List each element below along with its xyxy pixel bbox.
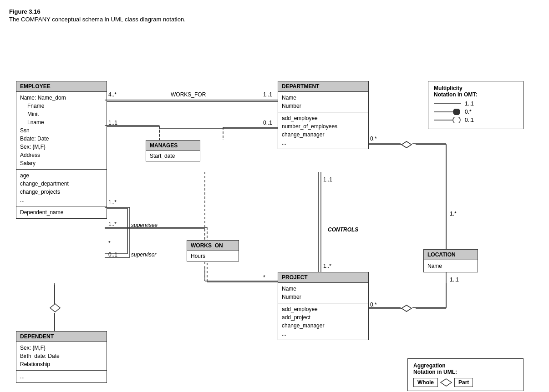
- aggregation-part: Part: [454, 378, 473, 387]
- notation-row-1: 1..1: [434, 101, 518, 107]
- dependent-ellipsis: ...: [16, 371, 107, 382]
- controls-label: CONTROLS: [328, 226, 358, 233]
- location-header: LOCATION: [424, 250, 478, 260]
- mult-location-bot: 1..1: [450, 276, 459, 283]
- department-class: DEPARTMENT Name Number add_employee numb…: [278, 81, 369, 149]
- mult-dept-location: 0.*: [370, 136, 377, 142]
- dependent-header: DEPENDENT: [16, 332, 107, 342]
- mult-controls-dept: 1..1: [323, 176, 332, 183]
- aggregation-title: Aggregation Notation in UML:: [413, 362, 518, 375]
- aggregation-notation-box: Aggregation Notation in UML: Whole Part: [407, 358, 524, 391]
- location-class: LOCATION Name: [423, 249, 478, 272]
- mult-proj-location: 0.*: [370, 302, 377, 308]
- manages-header: MANAGES: [146, 141, 200, 151]
- works-on-header: WORKS_ON: [187, 241, 239, 251]
- manages-body: Start_date: [146, 151, 200, 161]
- mult-supervises-bot: *: [108, 240, 111, 246]
- mult-works-for-emp: 4..*: [108, 91, 117, 98]
- employee-attributes: Name: Name_dom Fname Minit Lname Ssn Bda…: [16, 92, 107, 170]
- employee-header: EMPLOYEE: [16, 81, 107, 92]
- mult-supervises-top: 1..*: [108, 199, 117, 206]
- svg-marker-29: [441, 379, 452, 386]
- dependent-class: DEPENDENT Sex: {M,F} Birth_date: Date Re…: [16, 331, 107, 383]
- role-supervisee: supervisee: [131, 222, 158, 228]
- employee-class: EMPLOYEE Name: Name_dom Fname Minit Lnam…: [16, 81, 107, 219]
- department-methods: add_employee number_of_employees change_…: [278, 112, 368, 149]
- role-supervisor: supervisor: [131, 251, 156, 258]
- department-header: DEPARTMENT: [278, 81, 368, 92]
- mult-works-for-dept: 1..1: [263, 91, 272, 98]
- notation-row-3: 0..1: [434, 117, 518, 123]
- location-attributes: Name: [424, 260, 478, 272]
- mult-location-top: 1.*: [450, 211, 457, 217]
- works-on-box: WORKS_ON Hours: [187, 240, 239, 261]
- svg-marker-30: [50, 304, 60, 312]
- aggregation-row: Whole Part: [413, 378, 518, 387]
- dependent-attributes: Sex: {M,F} Birth_date: Date Relationship: [16, 342, 107, 371]
- mult-works-on-emp: 1..*: [108, 221, 117, 227]
- mult-supervisor-val: 0..1: [108, 251, 117, 258]
- figure-title: Figure 3.16: [9, 8, 540, 15]
- project-methods: add_employee add_project change_manager …: [278, 303, 368, 340]
- figure-caption: The COMPANY conceptual schema in UML cla…: [9, 16, 540, 23]
- manages-box: MANAGES Start_date: [146, 140, 200, 161]
- employee-dependent-name: Dependent_name: [16, 206, 107, 218]
- mult-controls-proj: 1..*: [323, 263, 331, 269]
- proj-location-diamond: [401, 304, 412, 312]
- project-header: PROJECT: [278, 272, 368, 283]
- mult-manages-emp: 1..1: [108, 120, 117, 126]
- svg-point-26: [453, 109, 460, 115]
- mult-manages-dept: 0..1: [263, 120, 272, 126]
- diagram-area: EMPLOYEE Name: Name_dom Fname Minit Lnam…: [9, 31, 537, 386]
- works-on-body: Hours: [187, 251, 239, 261]
- svg-marker-31: [402, 141, 412, 148]
- svg-marker-32: [402, 305, 412, 312]
- notation-title: Multiplicity Notation in OMT:: [434, 85, 518, 98]
- svg-point-28: [453, 117, 460, 123]
- employee-methods: age change_department change_projects ..…: [16, 170, 107, 206]
- project-attributes: Name Number: [278, 283, 368, 303]
- notation-row-2: 0.*: [434, 109, 518, 115]
- dept-location-diamond: [401, 141, 412, 149]
- mult-works-on-proj: *: [263, 274, 265, 281]
- aggregation-whole: Whole: [413, 378, 438, 387]
- project-class: PROJECT Name Number add_employee add_pro…: [278, 272, 369, 340]
- works-for-label: WORKS_FOR: [171, 91, 206, 98]
- multiplicity-notation-box: Multiplicity Notation in OMT: 1..1 0.* 0…: [428, 81, 524, 129]
- dependent-diamond: [49, 303, 61, 313]
- department-attributes: Name Number: [278, 92, 368, 112]
